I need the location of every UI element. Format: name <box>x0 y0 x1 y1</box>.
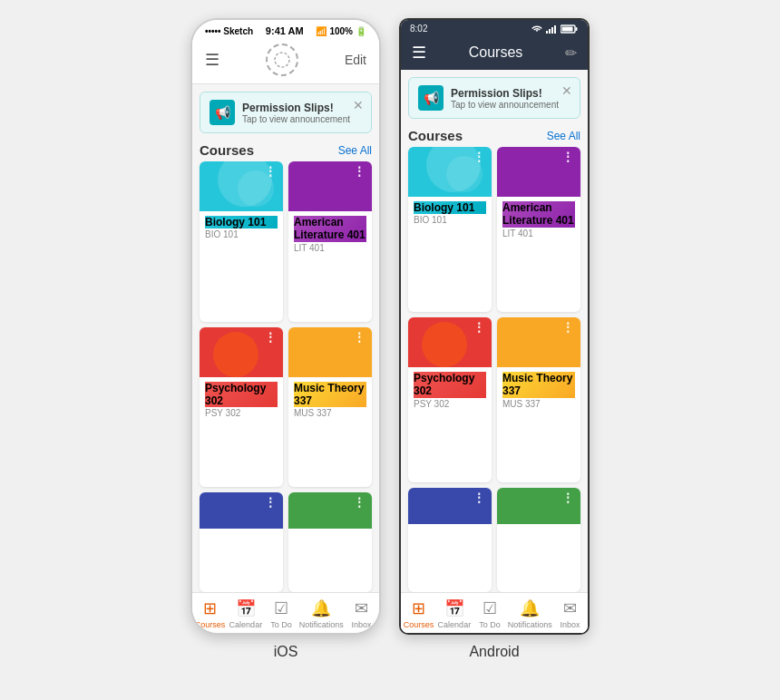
nav-calendar-android[interactable]: 📅 Calendar <box>436 598 472 629</box>
course-image-psy-ios: ⋮ <box>200 327 283 377</box>
course-image-mus-ios: ⋮ <box>288 327 372 377</box>
course-card-lit-ios[interactable]: ⋮ American Literature 401 LIT 401 <box>288 161 372 322</box>
course-code-lit-android: LIT 401 <box>502 228 575 238</box>
course-card-bio-android[interactable]: ⋮ Biology 101 BIO 101 <box>408 147 492 312</box>
course-dots-bio-ios[interactable]: ⋮ <box>264 165 278 178</box>
course-dots-mus-ios[interactable]: ⋮ <box>353 331 366 344</box>
course-card-lit-android[interactable]: ⋮ American Literature 401 LIT 401 <box>497 147 580 312</box>
close-announcement-ios[interactable]: ✕ <box>353 98 364 112</box>
svg-rect-1 <box>546 31 548 34</box>
nav-courses-label-android: Courses <box>404 620 434 629</box>
courses-nav-icon-ios: ⊞ <box>203 598 217 618</box>
announcement-banner-android[interactable]: 📢 Permission Slips! Tap to view announce… <box>408 77 580 119</box>
android-time: 8:02 <box>410 24 427 34</box>
announcement-title-android: Permission Slips! <box>451 87 570 100</box>
nav-inbox-android[interactable]: ✉ Inbox <box>552 598 588 629</box>
course-dots-blue-ios[interactable]: ⋮ <box>264 496 278 509</box>
course-code-mus-ios: MUS 337 <box>294 408 366 418</box>
course-dots-psy-ios[interactable]: ⋮ <box>264 331 278 344</box>
course-name-mus-ios: Music Theory 337 <box>294 382 366 408</box>
courses-nav-icon-android: ⊞ <box>412 598 425 618</box>
android-phone: 8:02 <box>399 18 590 635</box>
see-all-android[interactable]: See All <box>547 130 580 142</box>
nav-inbox-label-android: Inbox <box>560 620 580 629</box>
announcement-icon-ios: 📢 <box>210 100 235 125</box>
wifi-icon <box>531 24 542 34</box>
nav-courses-ios[interactable]: ⊞ Courses <box>192 598 228 629</box>
close-announcement-android[interactable]: ✕ <box>561 83 572 98</box>
course-dots-green-android[interactable]: ⋮ <box>561 491 575 504</box>
nav-notifications-ios[interactable]: 🔔 Notifications <box>299 598 344 629</box>
courses-header-ios: Courses See All <box>192 139 379 161</box>
course-card-mus-ios[interactable]: ⋮ Music Theory 337 MUS 337 <box>288 327 372 488</box>
battery-icon <box>561 24 579 34</box>
course-name-mus-android: Music Theory 337 <box>502 372 575 398</box>
android-status-icons <box>531 24 579 34</box>
nav-courses-android[interactable]: ⊞ Courses <box>401 598 436 629</box>
ios-status-bar: ••••• Sketch 9:41 AM 📶 100% 🔋 <box>192 20 379 40</box>
calendar-nav-icon-ios: 📅 <box>236 598 256 618</box>
pencil-icon[interactable]: ✏ <box>565 44 577 62</box>
nav-todo-ios[interactable]: ☑ To Do <box>264 598 299 629</box>
course-card-psy-ios[interactable]: ⋮ Psychology 302 PSY 302 <box>200 327 283 488</box>
course-card-bio-ios[interactable]: ⋮ Biology 101 BIO 101 <box>200 161 283 322</box>
course-card-psy-android[interactable]: ⋮ Psychology 302 PSY 302 <box>408 317 492 482</box>
nav-notifications-label-android: Notifications <box>508 620 552 629</box>
nav-inbox-ios[interactable]: ✉ Inbox <box>344 598 379 629</box>
svg-rect-4 <box>554 25 556 34</box>
courses-header-android: Courses See All <box>401 124 588 147</box>
course-dots-mus-android[interactable]: ⋮ <box>561 321 575 334</box>
ios-wifi-icon: 📶 <box>316 26 327 36</box>
course-image-green-ios: ⋮ <box>288 492 372 529</box>
nav-todo-label-android: To Do <box>479 620 501 629</box>
announcement-banner-ios[interactable]: 📢 Permission Slips! Tap to view announce… <box>200 92 372 133</box>
announcement-text-android: Permission Slips! Tap to view announceme… <box>451 87 570 110</box>
ios-phone-body: 📢 Permission Slips! Tap to view announce… <box>192 84 379 633</box>
bell-nav-icon-android: 🔔 <box>520 598 540 618</box>
course-card-blue-ios[interactable]: ⋮ <box>200 492 283 592</box>
course-card-green-ios[interactable]: ⋮ <box>288 492 372 592</box>
nav-calendar-ios[interactable]: 📅 Calendar <box>228 598 263 629</box>
nav-notifications-label-ios: Notifications <box>299 620 344 629</box>
course-name-psy-android: Psychology 302 <box>414 372 486 398</box>
svg-point-0 <box>275 53 289 67</box>
see-all-ios[interactable]: See All <box>338 144 372 157</box>
android-nav-bar: ☰ Courses ✏ <box>401 37 588 70</box>
course-image-lit-ios: ⋮ <box>288 161 372 211</box>
ios-phone: ••••• Sketch 9:41 AM 📶 100% 🔋 ☰ Edit <box>190 18 381 635</box>
android-phone-body: 📢 Permission Slips! Tap to view announce… <box>401 70 588 633</box>
course-dots-green-ios[interactable]: ⋮ <box>353 496 366 509</box>
course-dots-blue-android[interactable]: ⋮ <box>473 491 486 504</box>
hamburger-icon[interactable]: ☰ <box>205 50 219 70</box>
course-card-mus-android[interactable]: ⋮ Music Theory 337 MUS 337 <box>497 317 580 482</box>
ios-battery-text: 100% <box>329 26 353 36</box>
course-dots-bio-android[interactable]: ⋮ <box>473 151 486 163</box>
inbox-nav-icon-ios: ✉ <box>355 598 368 618</box>
android-hamburger-icon[interactable]: ☰ <box>412 43 426 63</box>
edit-button[interactable]: Edit <box>345 53 366 67</box>
course-dots-lit-android[interactable]: ⋮ <box>561 151 575 163</box>
course-card-green-android[interactable]: ⋮ <box>497 488 580 592</box>
calendar-nav-icon-android: 📅 <box>444 598 464 618</box>
course-dots-psy-android[interactable]: ⋮ <box>473 321 486 334</box>
svg-rect-6 <box>576 27 578 31</box>
course-image-blue-android: ⋮ <box>408 488 492 524</box>
course-image-blue-ios: ⋮ <box>200 492 283 529</box>
nav-notifications-android[interactable]: 🔔 Notifications <box>508 598 552 629</box>
announcement-subtitle-android: Tap to view announcement <box>451 100 570 110</box>
course-card-blue-android[interactable]: ⋮ <box>408 488 492 592</box>
nav-calendar-label-android: Calendar <box>438 620 472 629</box>
course-info-bio-android: Biology 101 BIO 101 <box>408 197 492 230</box>
svg-rect-3 <box>551 27 553 34</box>
course-code-bio-ios: BIO 101 <box>205 229 278 239</box>
course-image-mus-android: ⋮ <box>497 317 580 367</box>
course-name-lit-android: American Literature 401 <box>502 201 575 228</box>
todo-nav-icon-ios: ☑ <box>274 598 288 618</box>
course-dots-lit-ios[interactable]: ⋮ <box>353 165 366 178</box>
course-code-lit-ios: LIT 401 <box>294 243 366 253</box>
nav-todo-android[interactable]: ☑ To Do <box>473 598 508 629</box>
bottom-nav-ios: ⊞ Courses 📅 Calendar ☑ To Do 🔔 Notificat… <box>192 592 379 633</box>
courses-title-ios: Courses <box>200 142 254 158</box>
announcement-icon-android: 📢 <box>418 85 444 111</box>
phones-container: ••••• Sketch 9:41 AM 📶 100% 🔋 ☰ Edit <box>190 18 590 660</box>
